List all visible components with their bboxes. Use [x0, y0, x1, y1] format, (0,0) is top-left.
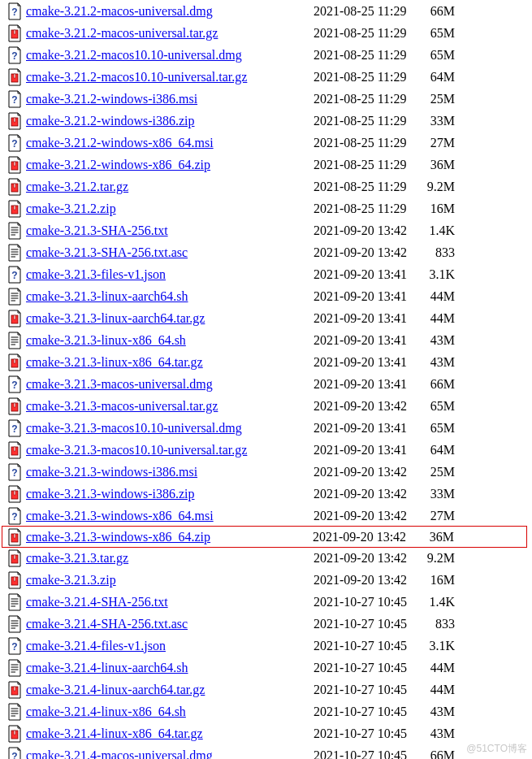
file-date: 2021-09-20 13:41	[314, 421, 421, 436]
file-icon	[6, 332, 23, 349]
file-link[interactable]: cmake-3.21.3-macos10.10-universal.dmg	[26, 421, 242, 435]
file-date: 2021-09-20 13:41	[314, 289, 421, 304]
text-file-icon	[6, 222, 23, 240]
file-link[interactable]: cmake-3.21.3-linux-x86_64.tar.gz	[26, 355, 203, 369]
file-name-cell: cmake-3.21.3-windows-x86_64.zip	[26, 530, 313, 544]
file-link[interactable]: cmake-3.21.4-linux-aarch64.tar.gz	[26, 683, 205, 696]
file-date: 2021-09-20 13:42	[314, 465, 421, 479]
file-row: ?cmake-3.21.2-macos-universal.dmg2021-08…	[6, 0, 532, 22]
file-size: 44M	[421, 311, 455, 326]
file-link[interactable]: cmake-3.21.4-linux-aarch64.sh	[26, 661, 188, 674]
text-file-icon	[6, 615, 23, 633]
svg-rect-73	[14, 731, 15, 735]
file-icon	[6, 353, 23, 371]
unknown-file-icon: ?	[6, 46, 23, 64]
file-date: 2021-08-25 11:29	[314, 136, 421, 150]
svg-rect-11	[14, 162, 15, 166]
file-date: 2021-10-27 10:45	[314, 726, 421, 741]
file-icon: ?	[6, 507, 23, 525]
svg-text:?: ?	[11, 380, 17, 391]
file-name-cell: cmake-3.21.4-linux-x86_64.tar.gz	[26, 726, 314, 741]
file-link[interactable]: cmake-3.21.3-SHA-256.txt.asc	[26, 245, 188, 259]
file-link[interactable]: cmake-3.21.3-SHA-256.txt	[26, 223, 168, 237]
file-link[interactable]: cmake-3.21.3-macos-universal.tar.gz	[26, 399, 218, 413]
file-link[interactable]: cmake-3.21.2.tar.gz	[26, 180, 128, 193]
file-link[interactable]: cmake-3.21.3-macos10.10-universal.tar.gz	[26, 443, 247, 457]
unknown-file-icon: ?	[6, 266, 23, 284]
file-link[interactable]: cmake-3.21.2-windows-i386.zip	[26, 114, 195, 128]
file-link[interactable]: cmake-3.21.2.zip	[26, 202, 116, 215]
file-size: 65M	[421, 421, 455, 436]
file-name-cell: cmake-3.21.4-SHA-256.txt	[26, 595, 314, 609]
file-date: 2021-08-25 11:29	[314, 114, 421, 128]
file-link[interactable]: cmake-3.21.3.tar.gz	[26, 551, 128, 565]
file-size: 36M	[420, 530, 454, 544]
file-icon	[6, 397, 23, 415]
file-name-cell: cmake-3.21.2-macos10.10-universal.dmg	[26, 48, 314, 63]
file-icon	[6, 593, 23, 611]
file-link[interactable]: cmake-3.21.3-windows-i386.msi	[26, 465, 197, 479]
file-link[interactable]: cmake-3.21.3-windows-x86_64.zip	[26, 530, 210, 544]
file-link[interactable]: cmake-3.21.3-files-v1.json	[26, 267, 166, 281]
file-name-cell: cmake-3.21.2-windows-x86_64.zip	[26, 158, 314, 172]
file-link[interactable]: cmake-3.21.3-macos-universal.dmg	[26, 377, 213, 391]
file-name-cell: cmake-3.21.3.tar.gz	[26, 551, 314, 566]
file-date: 2021-10-27 10:45	[314, 639, 421, 653]
archive-icon	[6, 528, 23, 546]
file-size: 65M	[421, 26, 455, 41]
file-row: cmake-3.21.2-macos10.10-universal.tar.gz…	[6, 66, 532, 88]
file-icon	[6, 615, 23, 633]
file-link[interactable]: cmake-3.21.4-SHA-256.txt	[26, 595, 168, 609]
file-link[interactable]: cmake-3.21.3-windows-i386.zip	[26, 487, 195, 501]
file-link[interactable]: cmake-3.21.3-linux-aarch64.tar.gz	[26, 311, 205, 325]
file-size: 65M	[421, 399, 455, 414]
file-name-cell: cmake-3.21.3-windows-i386.zip	[26, 487, 314, 501]
svg-rect-36	[14, 359, 15, 363]
archive-icon	[6, 441, 23, 459]
file-date: 2021-08-25 11:29	[314, 70, 421, 85]
file-size: 43M	[421, 333, 455, 348]
file-link[interactable]: cmake-3.21.4-files-v1.json	[26, 639, 166, 653]
file-date: 2021-09-20 13:41	[314, 267, 421, 282]
file-name-cell: cmake-3.21.4-files-v1.json	[26, 639, 314, 653]
file-list: ?cmake-3.21.2-macos-universal.dmg2021-08…	[6, 0, 532, 759]
file-link[interactable]: cmake-3.21.2-windows-x86_64.zip	[26, 158, 210, 171]
file-link[interactable]: cmake-3.21.2-windows-x86_64.msi	[26, 136, 214, 150]
file-name-cell: cmake-3.21.2-macos10.10-universal.tar.gz	[26, 70, 314, 85]
file-name-cell: cmake-3.21.3-macos-universal.dmg	[26, 377, 314, 392]
file-link[interactable]: cmake-3.21.2-windows-i386.msi	[26, 92, 197, 106]
file-link[interactable]: cmake-3.21.4-macos-universal.dmg	[26, 748, 213, 760]
file-link[interactable]: cmake-3.21.4-linux-x86_64.tar.gz	[26, 726, 203, 740]
unknown-file-icon: ?	[6, 747, 23, 760]
file-name-cell: cmake-3.21.2.zip	[26, 202, 314, 216]
archive-icon	[6, 725, 23, 743]
archive-icon	[6, 549, 23, 567]
file-row: ?cmake-3.21.3-windows-x86_64.msi2021-09-…	[6, 505, 532, 527]
file-size: 833	[421, 245, 455, 260]
file-name-cell: cmake-3.21.3-linux-x86_64.tar.gz	[26, 355, 314, 370]
file-date: 2021-09-20 13:41	[314, 355, 421, 370]
file-size: 27M	[421, 509, 455, 523]
file-size: 43M	[421, 726, 455, 741]
file-date: 2021-10-27 10:45	[314, 705, 421, 719]
file-size: 33M	[421, 487, 455, 501]
file-link[interactable]: cmake-3.21.2-macos-universal.dmg	[26, 4, 213, 18]
file-size: 43M	[421, 705, 455, 719]
file-name-cell: cmake-3.21.2-windows-i386.zip	[26, 114, 314, 128]
file-link[interactable]: cmake-3.21.3-windows-x86_64.msi	[26, 509, 214, 523]
file-link[interactable]: cmake-3.21.2-macos-universal.tar.gz	[26, 26, 218, 40]
file-link[interactable]: cmake-3.21.4-SHA-256.txt.asc	[26, 617, 188, 631]
file-link[interactable]: cmake-3.21.3-linux-x86_64.sh	[26, 333, 186, 347]
file-link[interactable]: cmake-3.21.3-linux-aarch64.sh	[26, 289, 188, 303]
file-link[interactable]: cmake-3.21.2-macos10.10-universal.tar.gz	[26, 70, 247, 84]
archive-icon	[6, 112, 23, 130]
text-file-icon	[6, 288, 23, 306]
file-date: 2021-10-27 10:45	[314, 617, 421, 631]
file-link[interactable]: cmake-3.21.4-linux-x86_64.sh	[26, 705, 186, 718]
unknown-file-icon: ?	[6, 2, 23, 20]
file-link[interactable]: cmake-3.21.2-macos10.10-universal.dmg	[26, 48, 242, 62]
file-size: 25M	[421, 465, 455, 479]
unknown-file-icon: ?	[6, 463, 23, 481]
file-date: 2021-09-20 13:41	[314, 443, 421, 458]
file-link[interactable]: cmake-3.21.3.zip	[26, 573, 116, 587]
